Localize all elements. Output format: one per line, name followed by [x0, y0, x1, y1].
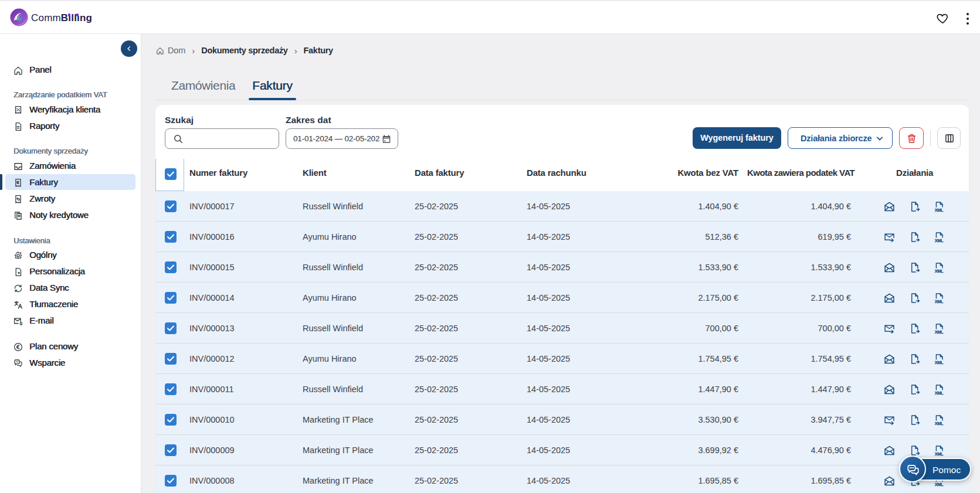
- svg-text:XML: XML: [935, 482, 944, 487]
- svg-text:XML: XML: [935, 390, 944, 396]
- svg-text:XML: XML: [935, 268, 944, 274]
- svg-text:XML: XML: [935, 208, 944, 213]
- svg-text:XML: XML: [935, 360, 944, 365]
- svg-text:XML: XML: [935, 421, 944, 426]
- svg-text:XML: XML: [935, 329, 944, 335]
- svg-text:XML: XML: [935, 451, 944, 457]
- svg-text:XML: XML: [935, 238, 944, 243]
- svg-text:XML: XML: [935, 299, 944, 304]
